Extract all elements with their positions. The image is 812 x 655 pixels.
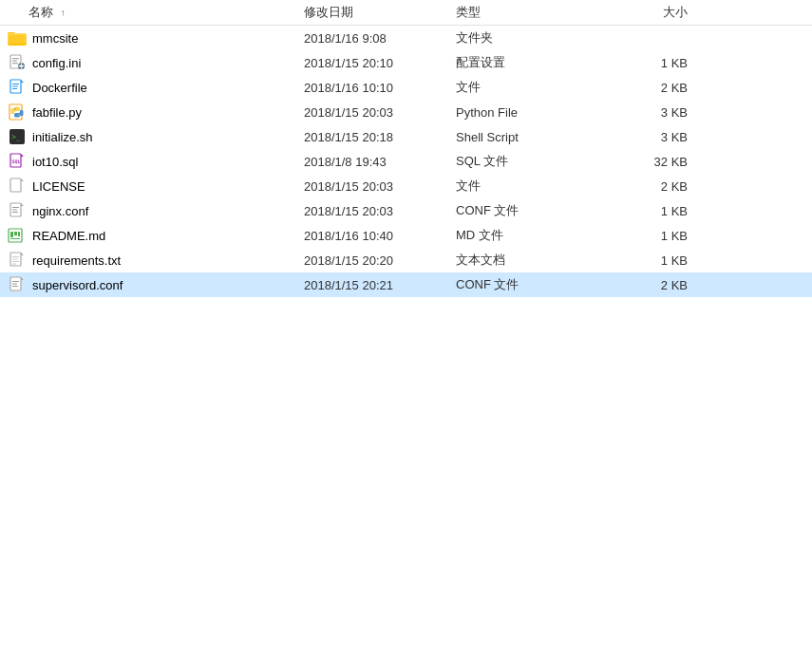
file-name: iot10.sql	[32, 155, 78, 169]
svg-rect-13	[23, 66, 25, 66]
file-name: LICENSE	[32, 179, 85, 194]
file-size: 1 KB	[627, 204, 703, 218]
file-size: 3 KB	[627, 130, 703, 144]
config-icon	[8, 53, 27, 72]
table-row[interactable]: >_ initialize.sh 2018/1/15 20:18 Shell S…	[0, 124, 812, 149]
svg-rect-7	[12, 63, 18, 64]
file-type: CONF 文件	[456, 276, 627, 293]
svg-rect-39	[12, 264, 16, 265]
file-date: 2018/1/16 10:10	[304, 81, 456, 95]
svg-rect-25	[10, 178, 21, 192]
file-date: 2018/1/15 20:03	[304, 204, 456, 218]
conf-icon	[8, 201, 27, 220]
file-list: mmcsite 2018/1/16 9:08 文件夹 config.ini 20…	[0, 26, 812, 297]
file-date: 2018/1/15 20:10	[304, 56, 456, 70]
file-name: initialize.sh	[32, 130, 93, 144]
table-row[interactable]: README.md 2018/1/16 10:40 MD 文件 1 KB	[0, 223, 812, 248]
file-name: requirements.txt	[32, 253, 121, 268]
svg-rect-3	[9, 35, 26, 44]
svg-rect-38	[12, 261, 19, 262]
table-row[interactable]: mmcsite 2018/1/16 9:08 文件夹	[0, 26, 812, 50]
folder-icon	[8, 28, 27, 47]
file-size: 3 KB	[627, 105, 703, 120]
table-row[interactable]: LICENSE 2018/1/15 20:03 文件 2 KB	[0, 174, 812, 198]
file-date: 2018/1/8 19:43	[304, 155, 456, 169]
file-date: 2018/1/15 20:20	[304, 253, 456, 268]
table-row[interactable]: Dockerfile 2018/1/16 10:10 文件 2 KB	[0, 75, 812, 100]
file-size: 1 KB	[627, 56, 703, 70]
file-type: 文件夹	[456, 29, 627, 47]
svg-rect-27	[12, 207, 19, 208]
file-date: 2018/1/15 20:21	[304, 278, 456, 292]
readme-icon	[8, 226, 27, 245]
file-type: Shell Script	[456, 130, 627, 144]
svg-rect-28	[12, 210, 17, 211]
dockerfile-icon	[8, 78, 27, 97]
file-size: 1 KB	[627, 253, 703, 268]
svg-point-20	[18, 114, 19, 115]
file-name-cell: README.md	[0, 226, 304, 245]
svg-rect-12	[19, 66, 21, 66]
col-header-type[interactable]: 类型	[456, 4, 627, 21]
file-name-cell: SQL iot10.sql	[0, 152, 304, 171]
file-type: Python File	[456, 105, 627, 120]
file-size: 2 KB	[627, 179, 703, 194]
file-type: SQL 文件	[456, 153, 627, 170]
file-name-cell: supervisord.conf	[0, 275, 304, 294]
svg-rect-41	[12, 281, 19, 282]
svg-rect-33	[18, 232, 20, 236]
file-name: supervisord.conf	[32, 278, 123, 292]
svg-rect-15	[12, 84, 19, 84]
file-type: MD 文件	[456, 227, 627, 244]
file-date: 2018/1/15 20:18	[304, 130, 456, 144]
svg-point-19	[14, 108, 15, 109]
svg-rect-31	[10, 232, 13, 237]
svg-point-9	[20, 65, 23, 67]
sort-arrow-icon: ↑	[61, 8, 66, 18]
table-row[interactable]: config.ini 2018/1/15 20:10 配置设置 1 KB	[0, 50, 812, 75]
txt-icon	[8, 251, 27, 270]
file-name-cell: fabfile.py	[0, 103, 304, 122]
svg-rect-6	[12, 61, 17, 62]
col-header-name[interactable]: 名称 ↑	[0, 4, 304, 21]
svg-rect-36	[12, 256, 19, 257]
svg-rect-16	[12, 86, 18, 87]
file-date: 2018/1/16 9:08	[304, 31, 456, 46]
svg-rect-42	[12, 284, 17, 285]
conf-icon	[8, 275, 27, 294]
column-header-row: 名称 ↑ 修改日期 类型 大小	[0, 0, 812, 26]
file-explorer: 名称 ↑ 修改日期 类型 大小 mmcsite 2018/1/16 9:08 文…	[0, 0, 812, 655]
svg-rect-10	[21, 63, 22, 65]
table-row[interactable]: SQL iot10.sql 2018/1/8 19:43 SQL 文件 32 K…	[0, 149, 812, 174]
table-row[interactable]: nginx.conf 2018/1/15 20:03 CONF 文件 1 KB	[0, 198, 812, 223]
shell-icon: >_	[8, 127, 27, 146]
file-name-cell: >_ initialize.sh	[0, 127, 304, 146]
file-name-cell: Dockerfile	[0, 78, 304, 97]
file-name-cell: requirements.txt	[0, 251, 304, 270]
file-name-cell: config.ini	[0, 53, 304, 72]
file-size: 2 KB	[627, 278, 703, 292]
svg-rect-29	[12, 212, 18, 213]
python-icon	[8, 103, 27, 122]
table-row[interactable]: requirements.txt 2018/1/15 20:20 文本文档 1 …	[0, 248, 812, 272]
svg-rect-32	[14, 232, 17, 235]
file-type: 文件	[456, 79, 627, 96]
file-date: 2018/1/16 10:40	[304, 229, 456, 243]
file-icon	[8, 177, 27, 196]
svg-rect-11	[21, 68, 22, 70]
file-name-cell: mmcsite	[0, 28, 304, 47]
file-name: mmcsite	[32, 31, 78, 46]
file-name-cell: nginx.conf	[0, 201, 304, 220]
col-header-date[interactable]: 修改日期	[304, 4, 456, 21]
file-type: 文本文档	[456, 252, 627, 269]
file-name: config.ini	[32, 56, 81, 70]
table-row[interactable]: supervisord.conf 2018/1/15 20:21 CONF 文件…	[0, 272, 812, 297]
sql-icon: SQL	[8, 152, 27, 171]
file-size: 2 KB	[627, 81, 703, 95]
table-row[interactable]: fabfile.py 2018/1/15 20:03 Python File 3…	[0, 100, 812, 124]
file-date: 2018/1/15 20:03	[304, 179, 456, 194]
file-size: 1 KB	[627, 229, 703, 243]
file-name: nginx.conf	[32, 204, 88, 218]
col-header-size[interactable]: 大小	[627, 4, 703, 21]
file-type: 配置设置	[456, 54, 627, 71]
